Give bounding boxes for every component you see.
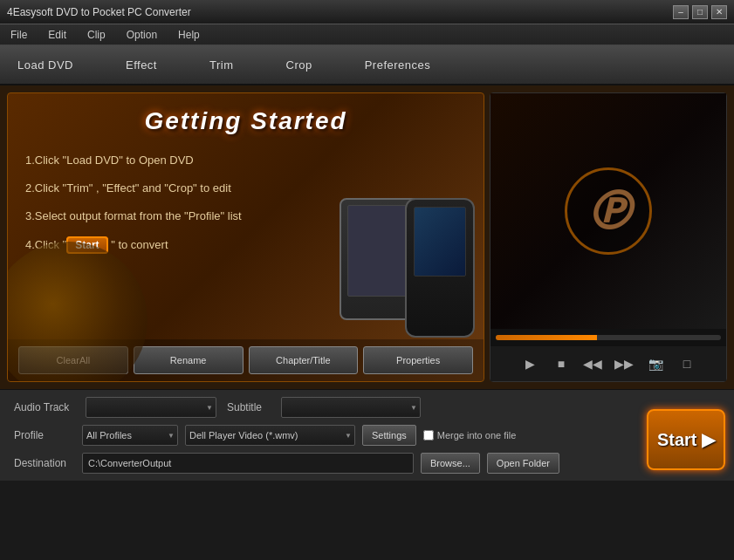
properties-button[interactable]: Properties bbox=[363, 346, 473, 374]
toolbar-load-dvd[interactable]: Load DVD bbox=[17, 58, 73, 72]
video-preview-panel: ℗ ▶ ■ ◀◀ ▶▶ 📷 □ bbox=[490, 92, 727, 382]
app-title: 4Easysoft DVD to Pocket PC Converter bbox=[7, 6, 191, 18]
profile-format-dropdown[interactable]: Dell Player Video (*.wmv) bbox=[185, 425, 355, 446]
fullscreen-button[interactable]: □ bbox=[676, 352, 698, 375]
phone-device bbox=[405, 198, 475, 338]
destination-label: Destination bbox=[14, 457, 75, 469]
play-button[interactable]: ▶ bbox=[518, 352, 541, 375]
progress-track[interactable] bbox=[496, 335, 721, 340]
toolbar-trim[interactable]: Trim bbox=[209, 58, 234, 72]
subtitle-label: Subtitle bbox=[227, 401, 271, 413]
close-button[interactable]: ✕ bbox=[711, 5, 727, 19]
subtitle-dropdown[interactable] bbox=[281, 397, 421, 418]
phone-screen bbox=[414, 207, 466, 277]
window-controls: – □ ✕ bbox=[673, 5, 727, 19]
open-folder-button[interactable]: Open Folder bbox=[487, 453, 559, 474]
logo-symbol: ℗ bbox=[582, 181, 635, 242]
audio-track-dropdown[interactable] bbox=[86, 397, 216, 418]
stop-button[interactable]: ■ bbox=[550, 352, 573, 375]
instruction-4-suffix: " to convert bbox=[108, 238, 168, 251]
browse-button[interactable]: Browse... bbox=[421, 453, 480, 474]
preview-logo: ℗ bbox=[565, 167, 652, 255]
fastforward-button[interactable]: ▶▶ bbox=[613, 352, 635, 375]
bottom-wrapper: Audio Track Subtitle Profile All Profile… bbox=[0, 389, 734, 481]
left-panel: Getting Started 1.Click "Load DVD" to Op… bbox=[7, 92, 484, 382]
profile-label: Profile bbox=[14, 429, 75, 441]
device-illustration bbox=[335, 163, 475, 338]
destination-input[interactable] bbox=[82, 453, 414, 474]
start-button[interactable]: Start ▶ bbox=[647, 409, 725, 470]
minimize-button[interactable]: – bbox=[673, 5, 689, 19]
audio-subtitle-row: Audio Track Subtitle bbox=[14, 397, 720, 418]
menu-edit[interactable]: Edit bbox=[45, 27, 70, 43]
menu-clip[interactable]: Clip bbox=[84, 27, 109, 43]
chapter-title-button[interactable]: Chapter/Title bbox=[249, 346, 359, 374]
video-controls: ▶ ■ ◀◀ ▶▶ 📷 □ bbox=[490, 346, 726, 381]
toolbar-effect[interactable]: Effect bbox=[126, 58, 157, 72]
progress-bar-area[interactable] bbox=[490, 329, 726, 346]
main-area: Getting Started 1.Click "Load DVD" to Op… bbox=[0, 85, 734, 389]
bottom-area: Audio Track Subtitle Profile All Profile… bbox=[0, 389, 734, 481]
maximize-button[interactable]: □ bbox=[692, 5, 708, 19]
merge-checkbox[interactable] bbox=[423, 430, 434, 440]
progress-fill bbox=[496, 335, 597, 340]
settings-button[interactable]: Settings bbox=[362, 425, 416, 446]
merge-text: Merge into one file bbox=[437, 430, 517, 440]
video-preview-area: ℗ bbox=[490, 93, 726, 329]
toolbar: Load DVD Effect Trim Crop Preferences bbox=[0, 45, 734, 85]
menu-help[interactable]: Help bbox=[175, 27, 203, 43]
profile-left-wrapper: All Profiles bbox=[82, 425, 178, 446]
toolbar-crop[interactable]: Crop bbox=[286, 58, 312, 72]
audio-track-wrapper bbox=[86, 397, 216, 418]
title-bar: 4Easysoft DVD to Pocket PC Converter – □… bbox=[0, 0, 734, 24]
snapshot-button[interactable]: 📷 bbox=[644, 352, 667, 375]
profile-row: Profile All Profiles Dell Player Video (… bbox=[14, 425, 720, 446]
menu-bar: File Edit Clip Option Help bbox=[0, 24, 734, 45]
getting-started-title: Getting Started bbox=[8, 93, 484, 144]
menu-file[interactable]: File bbox=[7, 27, 31, 43]
subtitle-wrapper bbox=[281, 397, 421, 418]
audio-track-label: Audio Track bbox=[14, 401, 75, 413]
rename-button[interactable]: Rename bbox=[134, 346, 244, 374]
merge-label[interactable]: Merge into one file bbox=[423, 430, 517, 440]
destination-row: Destination Browse... Open Folder bbox=[14, 453, 720, 474]
menu-option[interactable]: Option bbox=[123, 27, 161, 43]
toolbar-preferences[interactable]: Preferences bbox=[365, 58, 431, 72]
profile-category-dropdown[interactable]: All Profiles bbox=[82, 425, 178, 446]
profile-right-wrapper: Dell Player Video (*.wmv) bbox=[185, 425, 355, 446]
rewind-button[interactable]: ◀◀ bbox=[581, 352, 604, 375]
